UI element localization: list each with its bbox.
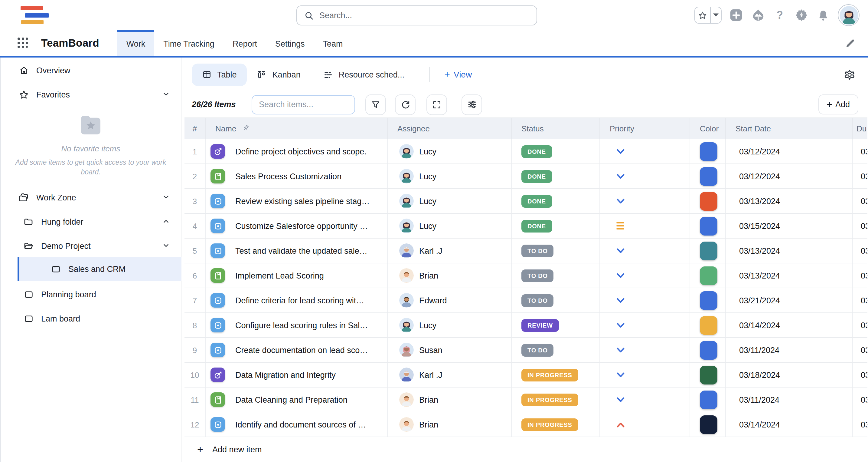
task-name[interactable]: Sales Process Customization [235, 172, 341, 181]
column-header-assignee[interactable]: Assignee [388, 118, 512, 139]
chevron-up-icon[interactable] [162, 218, 170, 225]
color-swatch[interactable] [700, 266, 717, 285]
mountain-badge-icon[interactable] [751, 8, 765, 22]
assignee-cell[interactable]: Lucy [388, 189, 512, 213]
color-cell[interactable] [690, 412, 726, 437]
task-name-cell[interactable]: Data Cleaning and Preparation [206, 387, 388, 412]
task-name-cell[interactable]: Sales Process Customization [206, 164, 388, 188]
app-launcher-grid-icon[interactable] [18, 37, 28, 49]
due-date-cell[interactable]: 03 [853, 238, 867, 263]
start-date-cell[interactable]: 03/14/2024 [726, 313, 853, 337]
task-name[interactable]: Identify and document sources of … [235, 420, 366, 429]
assignee-cell[interactable]: Lucy [388, 214, 512, 238]
assignee-cell[interactable]: Brian [388, 263, 512, 288]
color-cell[interactable] [690, 238, 726, 263]
color-cell[interactable] [690, 288, 726, 313]
task-name[interactable]: Data Cleaning and Preparation [235, 395, 347, 404]
star-icon[interactable] [695, 7, 711, 23]
due-date-cell[interactable]: 03 [853, 263, 867, 288]
priority-icon[interactable] [616, 298, 625, 303]
assignee-cell[interactable]: Karl .J [388, 363, 512, 387]
task-name-cell[interactable]: Define project objectives and scope. [206, 139, 388, 164]
start-date-cell[interactable]: 03/21/2024 [726, 288, 853, 313]
status-badge[interactable]: IN PROGRESS [521, 393, 578, 406]
start-date-cell[interactable]: 03/13/2024 [726, 238, 853, 263]
star-dropdown-caret-icon[interactable] [711, 7, 721, 23]
display-settings-button[interactable] [462, 94, 482, 115]
start-date-cell[interactable]: 03/14/2024 [726, 412, 853, 437]
due-date-cell[interactable]: 03 [853, 164, 867, 188]
status-badge[interactable]: TO DO [521, 294, 554, 307]
color-cell[interactable] [690, 263, 726, 288]
color-swatch[interactable] [700, 167, 717, 185]
priority-cell[interactable] [600, 412, 690, 437]
create-plus-icon[interactable] [729, 8, 743, 22]
assignee-cell[interactable]: Karl .J [388, 238, 512, 263]
view-tab-kanban[interactable]: Kanban [257, 69, 301, 80]
due-date-cell[interactable]: 03 [853, 313, 867, 337]
due-date-cell[interactable]: 03 [853, 412, 867, 437]
color-swatch[interactable] [700, 390, 717, 409]
start-date-cell[interactable]: 03/12/2024 [726, 164, 853, 188]
start-date-cell[interactable]: 03/18/2024 [726, 363, 853, 387]
assignee-cell[interactable]: Edward [388, 288, 512, 313]
task-name-cell[interactable]: Implement Lead Scoring [206, 263, 388, 288]
table-row[interactable]: 5 Test and validate the updated sale… Ka… [185, 238, 867, 263]
color-swatch[interactable] [700, 366, 717, 384]
view-tab-table[interactable]: Table [192, 63, 247, 86]
status-badge[interactable]: DONE [521, 220, 552, 232]
table-row[interactable]: 8 Configure lead scoring rules in Sal… L… [185, 313, 867, 338]
assignee-cell[interactable]: Susan [388, 338, 512, 362]
status-badge[interactable]: DONE [521, 145, 552, 158]
column-header-start-date[interactable]: Start Date [726, 118, 853, 139]
priority-cell[interactable] [600, 189, 690, 213]
filter-button[interactable] [365, 94, 386, 115]
priority-icon[interactable] [616, 372, 625, 378]
status-cell[interactable]: DONE [512, 189, 600, 213]
status-badge[interactable]: DONE [521, 195, 552, 207]
status-cell[interactable]: IN PROGRESS [512, 412, 600, 437]
sidebar-item-overview[interactable]: Overview [1, 59, 181, 81]
sidebar-item-planning-board[interactable]: Planning board [1, 283, 181, 305]
view-tab-resource-scheduling[interactable]: Resource sched... [323, 69, 405, 80]
sidebar-item-work-zone[interactable]: Work Zone [1, 186, 181, 208]
start-date-cell[interactable]: 03/11/2024 [726, 387, 853, 412]
priority-icon[interactable] [616, 198, 625, 204]
priority-cell[interactable] [600, 263, 690, 288]
priority-cell[interactable] [600, 164, 690, 188]
status-cell[interactable]: TO DO [512, 288, 600, 313]
status-cell[interactable]: REVIEW [512, 313, 600, 337]
color-swatch[interactable] [700, 241, 717, 260]
column-header-number[interactable]: # [185, 118, 206, 139]
items-search-input[interactable]: Search items... [252, 95, 355, 114]
table-row[interactable]: 4 Customize Salesforce opportunity … Luc… [185, 214, 867, 238]
priority-icon[interactable] [616, 248, 625, 253]
task-name-cell[interactable]: Configure lead scoring rules in Sal… [206, 313, 388, 337]
assignee-cell[interactable]: Lucy [388, 313, 512, 337]
task-name-cell[interactable]: Review existing sales pipeline stag… [206, 189, 388, 213]
tab-time-tracking[interactable]: Time Tracking [154, 30, 223, 56]
priority-cell[interactable] [600, 288, 690, 313]
company-logo[interactable] [21, 6, 52, 25]
task-name[interactable]: Test and validate the updated sale… [235, 246, 368, 255]
priority-cell[interactable] [600, 387, 690, 412]
task-name-cell[interactable]: Define criteria for lead scoring wit… [206, 288, 388, 313]
priority-icon[interactable] [616, 273, 625, 278]
color-cell[interactable] [690, 189, 726, 213]
priority-cell[interactable] [600, 139, 690, 164]
priority-icon[interactable] [616, 149, 625, 154]
table-row[interactable]: 12 Identify and document sources of … Br… [185, 412, 867, 437]
sidebar-item-lam-board[interactable]: Lam board [1, 308, 181, 329]
status-cell[interactable]: DONE [512, 139, 600, 164]
priority-icon[interactable] [616, 422, 625, 427]
assignee-cell[interactable]: Brian [388, 412, 512, 437]
color-swatch[interactable] [700, 216, 717, 235]
status-badge[interactable]: REVIEW [521, 319, 559, 331]
tab-settings[interactable]: Settings [266, 30, 314, 56]
table-row[interactable]: 6 Implement Lead Scoring Brian TO DO [185, 263, 867, 288]
add-view-button[interactable]: + View [444, 69, 472, 79]
due-date-cell[interactable]: 03 [853, 363, 867, 387]
color-cell[interactable] [690, 214, 726, 238]
color-swatch[interactable] [700, 316, 717, 335]
task-name-cell[interactable]: Test and validate the updated sale… [206, 238, 388, 263]
